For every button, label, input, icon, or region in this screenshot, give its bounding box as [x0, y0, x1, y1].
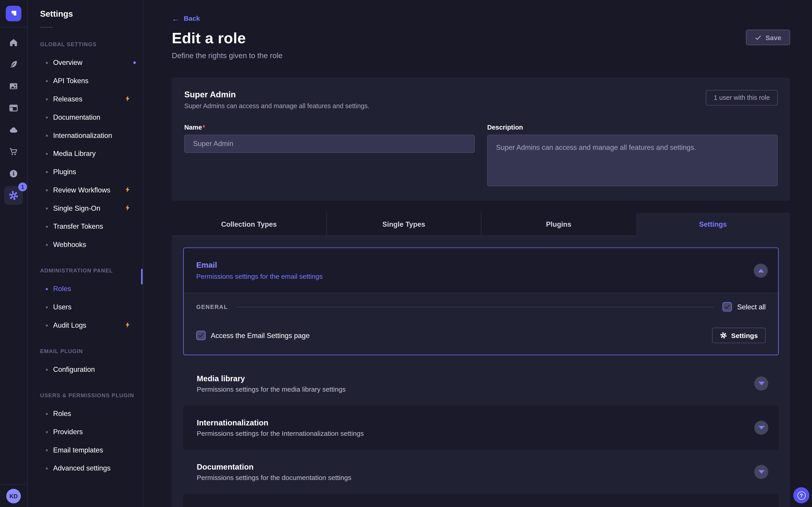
cloud-icon[interactable] [0, 119, 27, 141]
bullet-icon [46, 306, 48, 308]
notifications-badge: 1 [18, 182, 27, 191]
back-link[interactable]: ← Back [172, 14, 200, 23]
nav-rail: 1 KD [0, 0, 28, 507]
description-textarea[interactable]: Super Admins can access and manage all f… [487, 135, 778, 186]
main-content: ← Back Edit a role Define the rights giv… [143, 0, 812, 507]
sidebar-item-roles-admin[interactable]: Roles [28, 280, 143, 298]
select-all-checkbox[interactable] [723, 302, 732, 312]
collapsed-accordions: Media library Permissions settings for t… [183, 361, 779, 507]
lightning-bolt-icon [124, 204, 131, 213]
bullet-icon [46, 369, 48, 371]
users-with-role-button[interactable]: 1 user with this role [706, 90, 778, 105]
plugins-marketplace-accordion[interactable]: Plugins and marketplace [183, 494, 779, 507]
media-library-accordion[interactable]: Media library Permissions settings for t… [183, 361, 779, 406]
app-window: 1 KD Settings GLOBAL SETTINGS Overview A… [0, 0, 812, 507]
tab-bar: Collection Types Single Types Plugins Se… [172, 213, 790, 236]
section-header-global-settings: GLOBAL SETTINGS [40, 41, 143, 47]
notification-dot-icon [133, 61, 136, 64]
chevron-down-icon [758, 470, 764, 474]
access-email-settings-checkbox[interactable] [196, 331, 206, 340]
bullet-icon [46, 207, 48, 209]
sidebar-item-api-tokens[interactable]: API Tokens [28, 72, 143, 90]
bullet-icon [46, 153, 48, 155]
content-manager-icon[interactable] [0, 54, 27, 75]
bullet-icon [46, 288, 48, 290]
chevron-up-icon [758, 269, 764, 272]
check-icon [198, 332, 204, 339]
settings-tab-panel: Email Permissions settings for the email… [172, 236, 790, 507]
strapi-logo-icon [6, 6, 21, 21]
general-section-label: GENERAL [196, 304, 228, 310]
expand-button[interactable] [754, 421, 768, 435]
sidebar-item-roles-up[interactable]: Roles [28, 404, 143, 423]
sidebar-title: Settings [40, 9, 143, 19]
access-email-settings-group: Access the Email Settings page [196, 331, 310, 340]
email-accordion-header[interactable]: Email Permissions settings for the email… [184, 248, 778, 293]
internationalization-accordion[interactable]: Internationalization Permissions setting… [183, 406, 779, 450]
sidebar-item-documentation[interactable]: Documentation [28, 108, 143, 126]
settings-nav-item[interactable]: 1 [0, 184, 27, 207]
email-accordion-subtitle: Permissions settings for the email setti… [196, 272, 322, 280]
tab-collection-types[interactable]: Collection Types [172, 213, 327, 236]
bullet-icon [46, 324, 48, 326]
marketplace-icon[interactable] [0, 141, 27, 163]
sidebar-item-releases[interactable]: Releases [28, 90, 143, 108]
select-all-group: Select all [723, 302, 766, 312]
tab-settings[interactable]: Settings [636, 213, 790, 236]
check-icon [755, 34, 761, 41]
bullet-icon [46, 431, 48, 433]
tab-single-types[interactable]: Single Types [326, 213, 481, 236]
bullet-icon [46, 98, 48, 100]
sidebar-item-audit-logs[interactable]: Audit Logs [28, 316, 143, 334]
page-title: Edit a role [172, 30, 790, 47]
name-input[interactable] [184, 135, 475, 153]
bullet-icon [46, 467, 48, 469]
sidebar-item-single-sign-on[interactable]: Single Sign-On [28, 199, 143, 217]
content-type-builder-icon[interactable] [0, 97, 27, 119]
sidebar-scrollbar-thumb[interactable] [141, 269, 143, 284]
sidebar-item-review-workflows[interactable]: Review Workflows [28, 181, 143, 199]
lightning-bolt-icon [124, 186, 131, 194]
sidebar-item-configuration[interactable]: Configuration [28, 360, 143, 379]
info-icon[interactable] [0, 163, 27, 184]
settings-gear-icon: 1 [4, 186, 23, 205]
arrow-left-icon: ← [172, 14, 180, 23]
sidebar-item-media-library[interactable]: Media Library [28, 145, 143, 163]
collapse-button[interactable] [754, 264, 768, 277]
bullet-icon [46, 61, 48, 64]
chevron-down-icon [758, 382, 764, 385]
role-card: Super Admin Super Admins can access and … [172, 77, 790, 201]
sidebar-item-email-templates[interactable]: Email templates [28, 441, 143, 459]
sidebar-item-providers[interactable]: Providers [28, 423, 143, 441]
documentation-accordion[interactable]: Documentation Permissions settings for t… [183, 450, 779, 494]
role-name: Super Admin [184, 90, 369, 99]
check-icon [724, 304, 730, 310]
lightning-bolt-icon [124, 321, 131, 329]
home-icon[interactable] [0, 32, 27, 54]
sidebar-item-users[interactable]: Users [28, 298, 143, 316]
section-divider [236, 306, 714, 307]
sidebar-item-overview[interactable]: Overview [28, 54, 143, 72]
sidebar-item-plugins[interactable]: Plugins [28, 163, 143, 181]
bullet-icon [46, 412, 48, 414]
media-library-icon[interactable] [0, 75, 27, 97]
user-avatar[interactable]: KD [6, 489, 21, 503]
nav-rail-icons: 1 [0, 32, 27, 207]
bullet-icon [46, 449, 48, 451]
expand-button[interactable] [754, 377, 768, 391]
strapi-logo-button[interactable] [0, 0, 27, 27]
expand-button[interactable] [754, 465, 768, 479]
description-label: Description [487, 124, 523, 131]
sidebar-item-internationalization[interactable]: Internationalization [28, 126, 143, 145]
gear-icon [720, 332, 727, 339]
email-accordion-title: Email [196, 261, 322, 269]
sidebar-item-advanced-settings[interactable]: Advanced settings [28, 459, 143, 477]
email-settings-button[interactable]: Settings [712, 328, 766, 343]
sidebar-item-webhooks[interactable]: Webhooks [28, 235, 143, 254]
save-button[interactable]: Save [746, 30, 790, 45]
bullet-icon [46, 116, 48, 118]
sidebar-item-transfer-tokens[interactable]: Transfer Tokens [28, 217, 143, 236]
sidebar-divider [40, 27, 53, 27]
tab-plugins[interactable]: Plugins [481, 213, 636, 236]
help-button[interactable]: ? [793, 487, 810, 503]
